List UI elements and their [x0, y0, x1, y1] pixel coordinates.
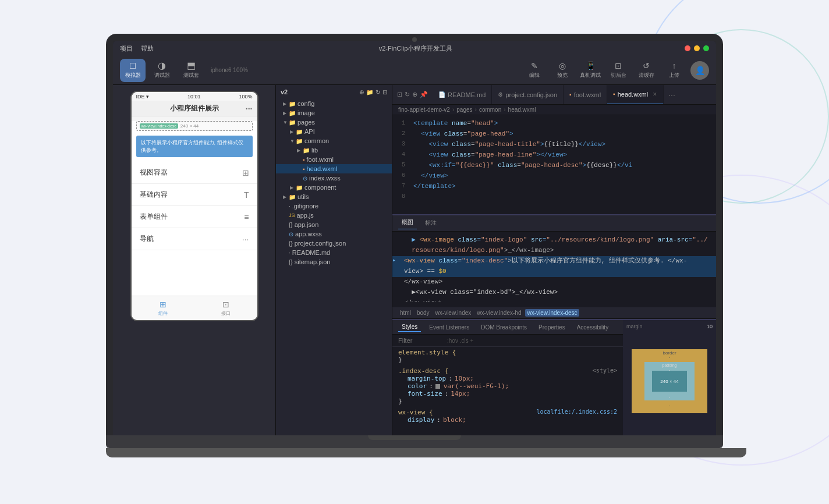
tree-item-project-config[interactable]: ▶ {} project.config.json [276, 239, 392, 248]
refresh-btn[interactable]: ↻ [375, 89, 380, 95]
html-line-7: </wx-view> [392, 298, 716, 301]
style-val-display: block; [443, 416, 466, 424]
tree-item-component[interactable]: ▶ 📁 component [276, 183, 392, 192]
path-body[interactable]: body [415, 309, 431, 317]
new-folder-btn[interactable]: 📁 [366, 89, 373, 95]
phone-nav-components[interactable]: ⊞ 组件 [132, 296, 194, 320]
styles-tab-accessibility[interactable]: Accessibility [573, 323, 612, 332]
styles-tab-dom[interactable]: DOM Breakpoints [477, 323, 530, 332]
arrow-pages: ▼ [283, 120, 289, 125]
tree-label-app-js: app.js [297, 212, 314, 219]
path-wx-view-index[interactable]: wx-view.index [434, 309, 473, 317]
new-file-btn[interactable]: ⊕ [359, 89, 364, 95]
styles-tab-events[interactable]: Event Listeners [426, 323, 473, 332]
tree-item-foot-wxml[interactable]: ▶ ▪ foot.wxml [276, 155, 392, 164]
tab-head-wxml[interactable]: ▪ head.wxml ✕ [607, 85, 664, 105]
toolbar-btn-test[interactable]: ⬒ 测试套 [178, 59, 204, 82]
tree-item-sitemap[interactable]: ▶ {} sitemap.json [276, 257, 392, 267]
tree-item-gitignore[interactable]: ▶ · .gitignore [276, 201, 392, 211]
tree-item-config[interactable]: ▶ 📁 config [276, 99, 392, 108]
color-swatch [435, 384, 440, 389]
phone-menu-item-3[interactable]: 导航 ··· [132, 228, 257, 250]
breadcrumb-pages[interactable]: pages [456, 107, 472, 113]
status-left: IDE ▾ [136, 94, 150, 100]
tree-label-sitemap: sitemap.json [295, 258, 331, 265]
tree-item-app-json[interactable]: ▶ {} app.json [276, 220, 392, 229]
path-html[interactable]: html [398, 309, 413, 317]
tree-label-head-wxml: head.wxml [307, 165, 338, 172]
nav-components-label: 组件 [158, 310, 168, 317]
tree-item-readme[interactable]: ▶ · README.md [276, 248, 392, 257]
tree-item-api[interactable]: ▶ 📁 API [276, 127, 392, 136]
foot-tab-icon: ▪ [569, 91, 572, 98]
action-device-debug[interactable]: 📱 真机调试 [579, 61, 602, 79]
nav-api-label: 接口 [221, 310, 231, 317]
action-clear-cache[interactable]: ↺ 清缓存 [635, 61, 658, 79]
win-minimize[interactable] [694, 45, 700, 51]
phone-more-icon[interactable]: ··· [246, 104, 253, 113]
code-editor[interactable]: 1 <template name="head"> 2 <view class="… [392, 115, 716, 214]
second-tab-overview[interactable]: 概图 [398, 217, 417, 229]
win-close[interactable] [685, 45, 690, 51]
collapse-btn[interactable]: ⊡ [382, 89, 387, 95]
styles-filter-input[interactable] [398, 337, 445, 344]
tree-item-index-wxss[interactable]: ▶ ⊙ index.wxss [276, 173, 392, 183]
app-title: v2-FinClip小程序开发工具 [162, 44, 669, 53]
path-wx-view-desc[interactable]: wx-view.index-desc [525, 309, 579, 317]
tree-item-common[interactable]: ▼ 📁 common [276, 136, 392, 145]
toolbar-btn-simulator[interactable]: □ 模拟器 [120, 59, 146, 82]
tab-bar: ⊡ ↻ ⊕ 📌 📄 README.md ⚙ proj [392, 85, 716, 105]
tab-project-config[interactable]: ⚙ project.config.json [492, 85, 564, 105]
action-edit[interactable]: ✎ 编辑 [523, 61, 546, 79]
second-tab-annotation[interactable]: 标注 [421, 218, 440, 229]
tree-item-pages[interactable]: ▼ 📁 pages [276, 118, 392, 127]
style-selector-element: element.style { [398, 349, 456, 356]
tree-item-app-wxss[interactable]: ▶ ⊙ app.wxss [276, 229, 392, 239]
tree-item-utils[interactable]: ▶ 📁 utils [276, 192, 392, 201]
breadcrumb-file[interactable]: head.wxml [508, 107, 536, 113]
readme-tab-icon: 📄 [438, 91, 445, 98]
win-maximize[interactable] [703, 45, 709, 51]
tree-item-app-js[interactable]: ▶ JS app.js [276, 211, 392, 220]
tree-item-head-wxml[interactable]: ▶ ▪ head.wxml [276, 164, 392, 173]
file-icon-proj: {} [289, 240, 293, 247]
menu-bar: 项目 帮助 v2-FinClip小程序开发工具 [113, 41, 716, 56]
action-background[interactable]: ⊡ 切后台 [607, 61, 630, 79]
tab-more[interactable]: ··· [664, 90, 680, 100]
phone-menu-item-1[interactable]: 基础内容 T [132, 184, 257, 206]
menu-item-project[interactable]: 项目 [120, 44, 133, 53]
action-upload[interactable]: ↑ 上传 [663, 61, 686, 79]
edit-icon: ✎ [531, 61, 538, 70]
box-content-size: 240 × 44 [660, 379, 678, 384]
menu-item-help[interactable]: 帮助 [141, 44, 154, 53]
head-tab-close[interactable]: ✕ [653, 91, 657, 97]
box-model-panel: margin 10 border - padding [623, 320, 716, 435]
bottom-panel: Styles Event Listeners DOM Breakpoints P… [392, 319, 716, 435]
style-source-wx-view[interactable]: localfile:/.index.css:2 [537, 409, 617, 416]
action-preview[interactable]: ◎ 预览 [551, 61, 574, 79]
style-source-index-desc: <style> [593, 367, 617, 375]
style-block-wx-view: wx-view { localfile:/.index.css:2 displa… [392, 407, 623, 425]
tab-foot-wxml[interactable]: ▪ foot.wxml [564, 85, 607, 105]
styles-tab-styles[interactable]: Styles [398, 322, 421, 332]
html-line-4: view> == $0 [392, 267, 716, 277]
styles-tab-properties[interactable]: Properties [535, 323, 569, 332]
tree-item-image[interactable]: ▶ 📁 image [276, 108, 392, 118]
phone-nav-api[interactable]: ⊡ 接口 [194, 296, 257, 320]
phone-menu-item-2[interactable]: 表单组件 ≡ [132, 206, 257, 228]
box-padding-label: padding [663, 363, 677, 367]
html-editor[interactable]: ▶ <wx-image class="index-logo" src="../r… [392, 232, 716, 301]
path-wx-view-hd[interactable]: wx-view.index-hd [475, 309, 523, 317]
tree-item-lib[interactable]: ▶ 📁 lib [276, 145, 392, 155]
user-avatar[interactable]: 👤 [690, 61, 709, 80]
tree-label-lib: lib [311, 147, 318, 154]
html-line-6: ▶<wx-view class="index-bd">_</wx-view> [392, 288, 716, 298]
box-border-bottom: - [669, 403, 670, 407]
file-tree-actions: ⊕ 📁 ↻ ⊡ [359, 89, 387, 95]
toolbar-btn-debug[interactable]: ◑ 调试器 [149, 59, 175, 82]
tab-readme[interactable]: 📄 README.md [433, 85, 492, 105]
breadcrumb-root[interactable]: fino-applet-demo-v2 [398, 107, 450, 113]
breadcrumb-common[interactable]: common [479, 107, 501, 113]
phone-menu-item-0[interactable]: 视图容器 ⊞ [132, 162, 257, 184]
style-brace-close: } [398, 356, 402, 364]
